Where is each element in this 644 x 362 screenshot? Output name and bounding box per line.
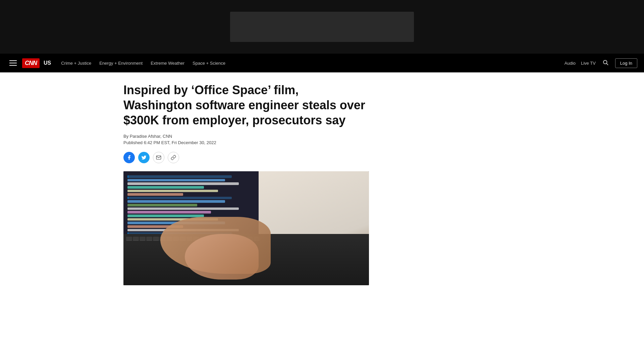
share-facebook-button[interactable] <box>123 152 135 163</box>
page-layout: Inspired by ‘Office Space’ film, Washing… <box>107 72 537 299</box>
nav-section-label: US <box>44 60 51 66</box>
hamburger-menu-button[interactable] <box>7 58 19 68</box>
key-1 <box>126 237 132 241</box>
top-banner <box>0 0 644 54</box>
cnn-logo[interactable]: CNN <box>22 58 40 68</box>
code-line-4 <box>127 186 204 189</box>
code-line-9 <box>127 204 197 206</box>
nav-left: CNN US Crime + Justice Energy + Environm… <box>7 58 229 68</box>
key-4 <box>146 237 152 241</box>
article-container: Inspired by ‘Office Space’ film, Washing… <box>115 72 377 299</box>
article-title: Inspired by ‘Office Space’ film, Washing… <box>123 82 369 128</box>
nav-bar: CNN US Crime + Justice Energy + Environm… <box>0 54 644 72</box>
key-5 <box>153 237 159 241</box>
share-copy-link-button[interactable] <box>168 152 179 163</box>
search-button[interactable] <box>601 58 610 68</box>
nav-live-tv-link[interactable]: Live TV <box>581 61 596 66</box>
nav-link-energy-environment[interactable]: Energy + Environment <box>96 59 146 68</box>
article-published: Published 6:42 PM EST, Fri December 30, … <box>123 140 369 145</box>
ad-slot <box>230 12 414 42</box>
key-3 <box>140 237 146 241</box>
share-bar <box>123 152 369 163</box>
hamburger-line-1 <box>9 60 17 61</box>
code-line-10 <box>127 207 239 210</box>
main-content: Inspired by ‘Office Space’ film, Washing… <box>115 72 377 299</box>
code-line-6 <box>127 193 183 196</box>
key-2 <box>133 237 139 241</box>
share-twitter-button[interactable] <box>138 152 150 163</box>
nav-link-extreme-weather[interactable]: Extreme Weather <box>147 59 188 68</box>
hand-overlay-2 <box>185 234 259 280</box>
article-byline: By Paradise Afshar, CNN <box>123 134 369 139</box>
code-line-2 <box>127 179 225 182</box>
code-line-3 <box>127 182 239 185</box>
code-line-12 <box>127 215 204 217</box>
laptop-scene <box>123 171 369 285</box>
code-line-1 <box>127 175 232 178</box>
code-line-7 <box>127 197 232 199</box>
nav-link-space-science[interactable]: Space + Science <box>189 59 229 68</box>
code-line-5 <box>127 190 218 192</box>
hamburger-line-2 <box>9 63 17 63</box>
svg-line-1 <box>606 63 608 65</box>
nav-right: Audio Live TV Log In <box>565 58 637 68</box>
article-image <box>123 171 369 285</box>
article-image-placeholder <box>123 171 369 285</box>
code-line-8 <box>127 200 225 203</box>
code-line-11 <box>127 211 211 214</box>
nav-link-crime-justice[interactable]: Crime + Justice <box>58 59 95 68</box>
hamburger-line-3 <box>9 65 17 66</box>
login-button[interactable]: Log In <box>615 58 637 68</box>
sidebar <box>390 72 504 299</box>
share-email-button[interactable] <box>153 152 164 163</box>
nav-audio-link[interactable]: Audio <box>565 61 576 66</box>
nav-links: Crime + Justice Energy + Environment Ext… <box>58 59 229 68</box>
